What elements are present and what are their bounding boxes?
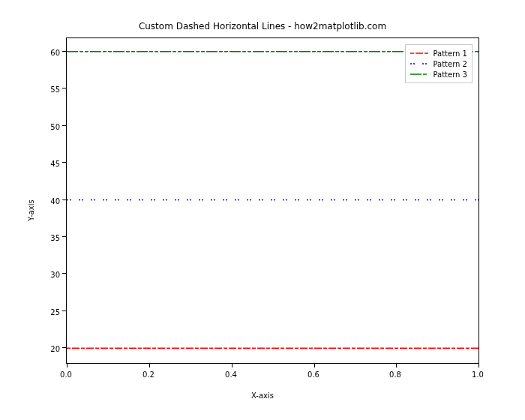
xtick-label: 0.6 [298,370,328,379]
legend-entry: Pattern 3 [410,69,467,80]
xtick-label: 0.4 [216,370,246,379]
ytick-label: 35 [38,233,60,242]
xtick-mark [314,363,315,368]
ytick-label: 45 [38,160,60,168]
plot-lines [67,38,478,363]
xtick-mark [67,363,68,368]
legend-entry: Pattern 2 [410,58,467,69]
ytick-label: 60 [38,48,60,56]
xtick-mark [232,363,232,368]
legend: Pattern 1 Pattern 2 Pattern 3 [405,44,472,83]
chart-title: Custom Dashed Horizontal Lines - how2mat… [0,21,525,32]
legend-label: Pattern 1 [433,50,467,58]
figure: Custom Dashed Horizontal Lines - how2mat… [0,0,525,420]
xtick-mark [396,363,397,368]
y-axis-label: Y-axis [26,0,36,420]
legend-swatch-icon [410,58,428,69]
legend-label: Pattern 3 [433,70,467,79]
ytick-label: 50 [38,122,60,130]
y-axis-label-text: Y-axis [27,200,35,221]
xtick-label: 1.0 [463,370,493,379]
ytick-label: 55 [38,86,60,94]
ytick-label: 30 [38,271,60,279]
xtick-label: 0.8 [380,370,410,379]
x-axis-label: X-axis [0,392,525,400]
xtick-mark [478,363,479,368]
legend-swatch-icon [410,48,428,58]
ytick-label: 20 [38,345,60,353]
ytick-label: 25 [38,308,60,316]
xtick-label: 0.2 [134,370,164,379]
xtick-label: 0.0 [51,370,81,379]
axes-area: Pattern 1 Pattern 2 Pattern 3 [66,38,479,364]
ytick-label: 40 [38,196,60,205]
legend-entry: Pattern 1 [410,48,467,58]
xtick-mark [149,363,150,368]
legend-swatch-icon [410,69,428,80]
legend-label: Pattern 2 [433,60,467,68]
